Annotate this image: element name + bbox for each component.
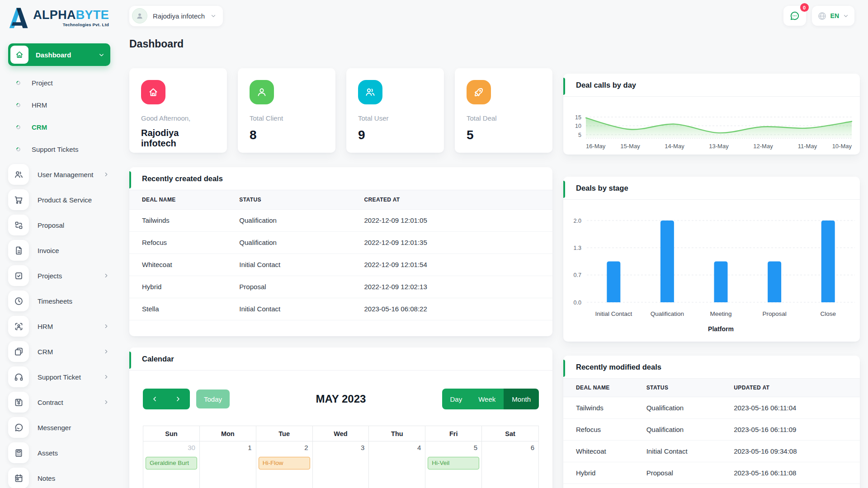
accent-bar xyxy=(563,78,565,95)
sidebar-subitem-support-tickets[interactable]: Support Tickets xyxy=(8,138,110,160)
headset-icon-chip xyxy=(8,366,29,387)
calendar-event[interactable]: Hi-Flow xyxy=(259,457,310,469)
point-icon xyxy=(15,124,21,130)
sidebar-item-crm[interactable]: CRM xyxy=(8,339,110,364)
recently-modified-deals-card: Recently modified deals DEAL NAMESTATUSU… xyxy=(563,356,860,488)
calendar-cell[interactable]: 30Geraldine Burt xyxy=(143,441,200,488)
brand-tagline: Technologies Pvt. Ltd xyxy=(33,22,109,27)
rocket-icon xyxy=(473,87,484,98)
calendar-today-button[interactable]: Today xyxy=(196,389,230,408)
page-title: Dashboard xyxy=(129,38,860,50)
stat-value: 9 xyxy=(358,128,432,142)
card-title: Calendar xyxy=(142,355,540,363)
sidebar-subitem-crm[interactable]: CRM xyxy=(8,116,110,138)
table-cell: Proposal xyxy=(239,276,364,298)
accent-bar xyxy=(129,352,131,369)
calendar-date: 3 xyxy=(361,444,364,451)
user-icon xyxy=(256,87,267,98)
calendar-cell[interactable]: 3 xyxy=(313,441,369,488)
users-icon xyxy=(14,170,24,179)
point-icon xyxy=(15,102,21,108)
recently-created-deals-card: Recently created deals DEAL NAMESTATUSCR… xyxy=(129,167,552,336)
sidebar-item-timesheets[interactable]: Timesheets xyxy=(8,288,110,314)
headset-icon xyxy=(14,372,24,382)
card-title: Recently created deals xyxy=(142,174,540,183)
calendar-event[interactable]: Geraldine Burt xyxy=(146,457,197,469)
sidebar-subitem-hrm[interactable]: HRM xyxy=(8,94,110,116)
calendar-cell[interactable]: 1 xyxy=(200,441,256,488)
calendar-cell[interactable]: 4 xyxy=(369,441,425,488)
sidebar-subitem-project[interactable]: Project xyxy=(8,72,110,94)
calendar-view-week[interactable]: Week xyxy=(470,389,504,409)
main-area: Rajodiya infotech 0 EN Dashboard Good Af… xyxy=(118,0,868,488)
sidebar-item-projects[interactable]: Projects xyxy=(8,263,110,288)
card-header: Deal calls by day xyxy=(563,74,860,97)
brand-logo-icon xyxy=(8,7,29,29)
table-header-row: DEAL NAMESTATUSUPDATED AT xyxy=(563,379,860,397)
column-header: STATUS xyxy=(646,379,734,397)
sidebar-item-product-service[interactable]: Product & Service xyxy=(8,187,110,212)
sidebar-item-proposal[interactable]: Proposal xyxy=(8,212,110,238)
users-icon-chip xyxy=(8,164,29,185)
invoice-icon-chip xyxy=(8,240,29,261)
sidebar-item-user-management[interactable]: User Management xyxy=(8,162,110,187)
calendar-next-button[interactable] xyxy=(166,389,190,409)
calendar-view-switcher: DayWeekMonth xyxy=(442,389,539,409)
sidebar-item-dashboard[interactable]: Dashboard xyxy=(8,43,110,66)
company-selector[interactable]: Rajodiya infotech xyxy=(129,6,223,26)
cart-icon xyxy=(14,195,24,205)
svg-text:Close: Close xyxy=(820,310,836,317)
sidebar-item-messenger[interactable]: Messenger xyxy=(8,415,110,440)
stat-card-total-user: Total User9 xyxy=(346,68,444,153)
sidebar-item-label: CRM xyxy=(38,348,53,356)
home-icon-chip xyxy=(141,80,165,104)
svg-text:Platform: Platform xyxy=(708,325,734,333)
table-row: TailwindsQualification2022-12-09 12:01:0… xyxy=(129,209,552,231)
sidebar-item-label: HRM xyxy=(38,323,53,330)
topbar-actions: 0 EN xyxy=(783,6,854,26)
column-header: STATUS xyxy=(239,190,364,209)
calendar-event[interactable]: Hi-Veil xyxy=(428,457,479,469)
table-row: StellaInitial Contact2023-05-16 06:08:22 xyxy=(129,298,552,320)
point-icon xyxy=(15,80,21,86)
stat-label: Total User xyxy=(358,114,432,122)
sidebar-item-contract[interactable]: Contract xyxy=(8,389,110,415)
table-cell: Qualification xyxy=(646,418,734,440)
svg-text:0.0: 0.0 xyxy=(574,300,581,306)
calendar-card: Calendar Today MAY 2023 DayWeekMonth Sun… xyxy=(129,347,552,488)
calendar-view-month[interactable]: Month xyxy=(504,389,539,409)
dashboard-content: Good Afternoon,Rajodiya infotechTotal Cl… xyxy=(129,68,860,488)
calendar-cell[interactable]: 2Hi-Flow xyxy=(256,441,313,488)
table-cell: Refocus xyxy=(563,418,646,440)
sidebar-item-hrm[interactable]: HRM xyxy=(8,314,110,339)
sidebar-item-invoice[interactable]: Invoice xyxy=(8,238,110,263)
deals-by-stage-card: Deals by stage 0.00.71.32.0Initial Conta… xyxy=(563,177,860,342)
calendar-cell[interactable]: 5Hi-Veil xyxy=(425,441,482,488)
language-selector[interactable]: EN xyxy=(812,6,854,26)
table-row: RefocusQualification2023-05-16 06:11:09 xyxy=(563,418,860,440)
sidebar-item-support-ticket[interactable]: Support Ticket xyxy=(8,364,110,389)
table-cell: Qualification xyxy=(239,209,364,231)
brand-logo[interactable]: ALPHABYTE Technologies Pvt. Ltd xyxy=(8,5,110,32)
card-title: Recently modified deals xyxy=(576,363,847,371)
calendar-toolbar: Today MAY 2023 DayWeekMonth xyxy=(143,389,539,409)
calendar-cell[interactable]: 6 xyxy=(482,441,538,488)
clock-icon-chip xyxy=(8,291,29,311)
table-cell: 2023-05-16 06:11:04 xyxy=(734,397,860,418)
calendar-view-day[interactable]: Day xyxy=(442,389,471,409)
svg-text:11-May: 11-May xyxy=(798,143,817,150)
sidebar-item-notes[interactable]: Notes xyxy=(8,465,110,488)
table-row: WhitecoatInitial Contact2023-05-16 09:34… xyxy=(563,440,860,462)
sidebar-item-assets[interactable]: Assets xyxy=(8,440,110,465)
cards-icon xyxy=(14,347,24,357)
language-label: EN xyxy=(830,12,839,19)
stat-card-total-client: Total Client8 xyxy=(238,68,335,153)
calendar-prev-button[interactable] xyxy=(143,389,166,409)
calendar-day-header: Sat xyxy=(482,426,538,441)
table-row: WhitecoatInitial Contact2022-12-09 12:01… xyxy=(129,253,552,276)
sidebar-item-label: Assets xyxy=(38,449,58,457)
messages-button[interactable]: 0 xyxy=(783,6,806,26)
right-column: Deal calls by day 5101516-May15-May14-Ma… xyxy=(563,74,860,488)
invoice-icon xyxy=(14,246,24,255)
chevron-right-icon xyxy=(175,395,182,403)
